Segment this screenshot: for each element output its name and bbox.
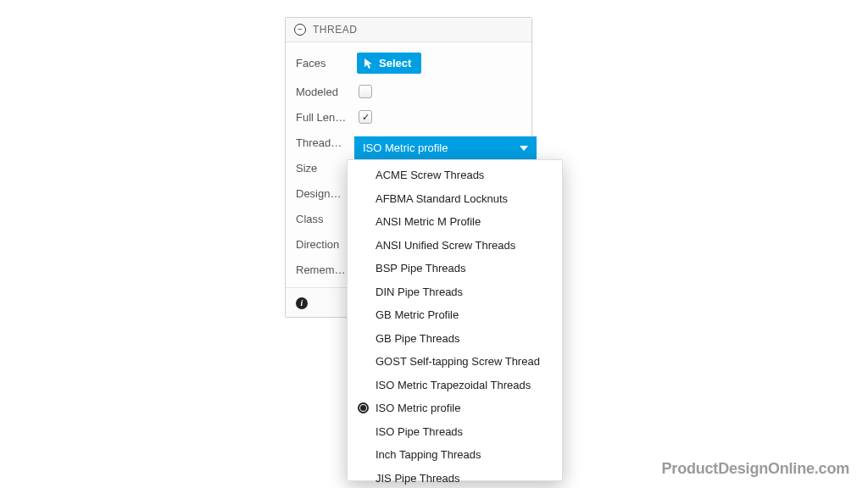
thread-type-option[interactable]: GOST Self-tapping Screw Thread (348, 350, 562, 374)
full-length-checkbox[interactable]: ✓ (359, 110, 372, 124)
modeled-checkbox[interactable] (359, 85, 372, 98)
thread-type-option[interactable]: ACME Screw Threads (348, 164, 562, 187)
radio-icon (358, 402, 369, 413)
row-full-length: Full Len… ✓ (286, 104, 531, 130)
radio-spacer (358, 193, 369, 204)
thread-type-option-label: ISO Metric Trapezoidal Threads (376, 377, 531, 394)
thread-type-option-label: BSP Pipe Threads (376, 260, 465, 277)
thread-type-option-label: ISO Metric profile (376, 400, 460, 417)
cursor-icon (364, 58, 374, 69)
thread-type-option[interactable]: DIN Pipe Threads (348, 280, 562, 304)
thread-type-option[interactable]: AFBMA Standard Locknuts (348, 187, 562, 211)
radio-spacer (358, 309, 369, 320)
thread-type-option-label: GB Pipe Threads (376, 330, 459, 347)
thread-type-option[interactable]: ISO Pipe Threads (348, 420, 562, 444)
thread-type-option-label: ISO Pipe Threads (376, 424, 463, 441)
select-button-label: Select (379, 57, 411, 69)
thread-type-option-label: ACME Screw Threads (376, 167, 484, 184)
thread-type-option-label: JIS Pipe Threads (376, 470, 459, 487)
radio-spacer (358, 356, 369, 367)
full-length-label: Full Len… (296, 111, 350, 124)
thread-type-option-label: GB Metric Profile (376, 307, 459, 324)
thread-type-option[interactable]: ISO Metric Trapezoidal Threads (348, 374, 562, 397)
thread-type-option-label: AFBMA Standard Locknuts (376, 191, 508, 208)
row-modeled: Modeled (286, 79, 531, 104)
thread-type-option-label: GOST Self-tapping Screw Thread (376, 353, 540, 370)
size-label: Size (296, 162, 350, 175)
radio-spacer (358, 473, 369, 484)
thread-type-option-label: ANSI Metric M Profile (376, 214, 481, 230)
faces-label: Faces (296, 57, 350, 69)
thread-type-label: Thread… (296, 136, 350, 149)
radio-spacer (358, 333, 369, 344)
thread-type-option[interactable]: GB Pipe Threads (348, 327, 562, 351)
watermark-text: ProductDesignOnline.com (662, 460, 849, 478)
panel-title: THREAD (313, 24, 357, 36)
thread-type-option[interactable]: BSP Pipe Threads (348, 257, 562, 280)
radio-spacer (358, 216, 369, 227)
radio-spacer (358, 263, 369, 274)
thread-type-option[interactable]: GB Metric Profile (348, 303, 562, 327)
class-label: Class (296, 213, 350, 225)
thread-type-dropdown[interactable]: ISO Metric profile (354, 136, 537, 159)
modeled-label: Modeled (296, 86, 350, 98)
thread-type-option[interactable]: ANSI Unified Screw Threads (348, 234, 562, 258)
panel-header: − THREAD (286, 18, 531, 42)
row-faces: Faces Select (286, 47, 531, 79)
thread-type-option[interactable]: Inch Tapping Threads (348, 443, 562, 467)
faces-select-button[interactable]: Select (357, 53, 421, 74)
radio-spacer (358, 380, 369, 391)
thread-type-option[interactable]: JIS Pipe Threads (348, 467, 562, 489)
thread-type-option-label: ANSI Unified Screw Threads (376, 237, 515, 254)
info-icon[interactable]: i (296, 297, 308, 309)
radio-spacer (358, 169, 369, 180)
thread-type-option-label: DIN Pipe Threads (376, 284, 463, 301)
thread-type-option-label: Inch Tapping Threads (376, 446, 481, 463)
radio-spacer (358, 449, 369, 460)
radio-spacer (358, 240, 369, 251)
thread-type-option[interactable]: ISO Metric profile (348, 396, 562, 420)
chevron-down-icon (520, 146, 528, 151)
designation-label: Design… (296, 187, 350, 200)
radio-spacer (358, 426, 369, 437)
thread-type-dropdown-menu: ACME Screw ThreadsAFBMA Standard Locknut… (347, 159, 563, 481)
radio-spacer (358, 286, 369, 297)
collapse-icon[interactable]: − (294, 24, 306, 36)
direction-label: Direction (296, 238, 350, 251)
thread-type-selected-value: ISO Metric profile (363, 141, 448, 154)
thread-type-option[interactable]: ANSI Metric M Profile (348, 210, 562, 234)
remember-label: Remem… (296, 263, 350, 276)
